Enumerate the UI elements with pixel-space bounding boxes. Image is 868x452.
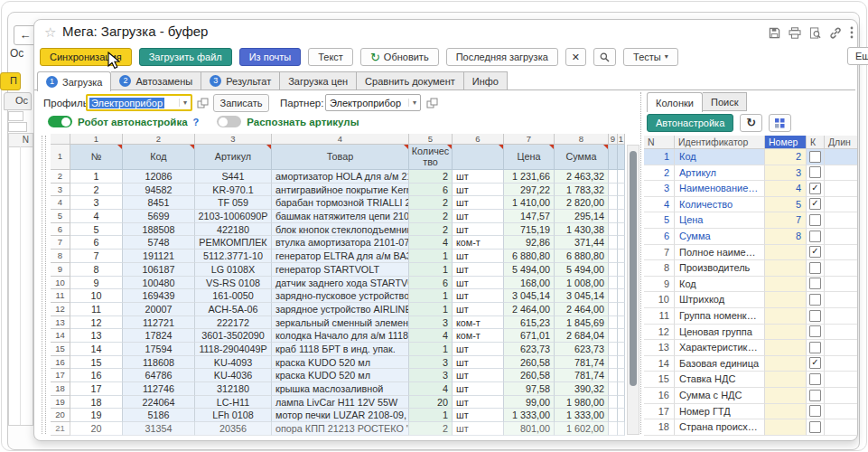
column-number-value[interactable]: 5 [765, 197, 807, 213]
columns-row[interactable]: 4Количество5✓ [644, 197, 858, 213]
grid-cell[interactable]: 6 880,80 [504, 250, 555, 263]
grid-cell[interactable]: мотор печки LUZAR 2108-09, [272, 409, 409, 422]
grid-cell[interactable]: 781,74 [555, 356, 609, 370]
grid-cell[interactable]: 100480 [123, 277, 195, 290]
column-identifier[interactable]: Код [675, 149, 765, 165]
recognize-articles-toggle[interactable] [217, 116, 241, 127]
grid-cell[interactable]: 4 [409, 236, 453, 250]
grid-header-№[interactable]: № [70, 145, 123, 170]
grid-cell[interactable]: 3 045,14 [504, 289, 555, 303]
background-window-p-button[interactable]: П [0, 72, 21, 90]
toolbar-button-текст[interactable]: Текст [308, 48, 353, 66]
grid-column-number[interactable]: 6 [453, 134, 504, 145]
columns-row[interactable]: 7Полное наименов...✓ [644, 245, 858, 261]
grid-cell[interactable]: шт [453, 223, 504, 237]
grid-cell[interactable]: крышка маслозаливной [272, 382, 409, 396]
grid-cell[interactable]: шт [453, 303, 504, 316]
grid-cell[interactable]: 3 045,14 [555, 289, 609, 303]
grid-cell[interactable]: шт [453, 396, 504, 410]
grid-column-number[interactable]: 2 [123, 134, 195, 145]
grid-cell[interactable]: 715,19 [504, 223, 555, 237]
grid-cell[interactable]: 7 [70, 250, 123, 263]
columns-row[interactable]: 12Ценовая группа [644, 325, 858, 341]
grid-cell[interactable] [618, 263, 625, 277]
column-index[interactable]: 5 [644, 212, 675, 229]
column-index[interactable]: 9 [644, 277, 675, 293]
grid-cell[interactable]: 9 [70, 277, 123, 290]
grid-row-number[interactable]: 10 [51, 277, 70, 290]
column-identifier[interactable]: Артикул [675, 165, 765, 182]
grid-cell[interactable]: опора КПП 21213 РОСТЕКО "5-и [272, 422, 409, 436]
grid-row-number[interactable]: 8 [51, 250, 70, 263]
grid-cell[interactable]: шт [453, 210, 504, 223]
grid-cell[interactable]: шт [453, 277, 504, 290]
grid-cell[interactable]: 188508 [123, 223, 195, 237]
grid-cell[interactable] [618, 236, 625, 250]
grid-cell[interactable] [609, 277, 618, 290]
grid-header-Сумма[interactable]: Сумма [555, 145, 609, 170]
grid-row-number[interactable]: 16 [51, 356, 70, 370]
column-length-cell[interactable] [825, 388, 858, 404]
grid-column-number[interactable]: 1 [70, 134, 123, 145]
grid-cell[interactable]: 1 430,38 [555, 223, 609, 237]
tab-автозамены[interactable]: 2Автозамены [111, 71, 201, 90]
grid-cell[interactable] [609, 184, 618, 197]
more-button[interactable]: Ещё [847, 47, 868, 65]
grid-cell[interactable] [609, 196, 618, 210]
grid-cell[interactable]: 615,23 [504, 316, 555, 330]
grid-cell[interactable]: 222172 [195, 316, 272, 330]
grid-row-number[interactable]: 7 [51, 236, 70, 250]
grid-row-number[interactable]: 5 [51, 210, 70, 223]
grid-cell[interactable]: 2 [409, 170, 453, 184]
column-identifier[interactable]: Характеристика (н... [675, 340, 765, 356]
grid-cell[interactable]: 106187 [123, 263, 195, 277]
grid-cell[interactable]: 5748 [123, 236, 195, 250]
checkbox[interactable] [809, 325, 821, 337]
grid-cell[interactable]: 260,58 [504, 356, 555, 370]
column-number-value[interactable] [765, 277, 807, 293]
column-length-cell[interactable] [825, 308, 858, 325]
grid-cell[interactable] [618, 409, 625, 422]
grid-cell[interactable]: 118608 [123, 356, 195, 370]
column-number-value[interactable] [765, 245, 807, 261]
grid-cell[interactable]: 390,32 [555, 382, 609, 396]
toolbar-button-последняя-загрузка[interactable]: Последняя загрузка [446, 48, 558, 66]
grid-cell[interactable]: 14 [70, 343, 123, 356]
grid-header-extra[interactable] [609, 145, 618, 170]
profile-choose-icon[interactable] [197, 97, 209, 108]
grid-cell[interactable]: 1 410,00 [504, 196, 555, 210]
link-icon[interactable] [829, 27, 842, 39]
grid-cell[interactable] [618, 210, 625, 223]
checkbox[interactable]: ✓ [809, 183, 821, 194]
grid-cell[interactable] [618, 396, 625, 410]
grid-column-number[interactable]: 5 [409, 134, 453, 145]
column-identifier[interactable]: Сумма [675, 229, 765, 245]
grid-cell[interactable]: амортизатор HOLA для а/м 2123 [272, 170, 409, 184]
grid-cell[interactable]: 2 [409, 210, 453, 223]
profile-combobox[interactable]: Электроприбор ▾ [86, 94, 192, 111]
grid-row-number[interactable]: 20 [51, 409, 70, 422]
grid-cell[interactable]: 5 494,00 [504, 263, 555, 277]
grid-cell[interactable]: РЕМКОМПЛЕК [195, 236, 272, 250]
grid-cell[interactable]: 169439 [123, 289, 195, 303]
checkbox[interactable] [809, 373, 821, 385]
column-index[interactable]: 6 [644, 229, 675, 245]
grid-cell[interactable]: шт [453, 250, 504, 263]
grid-header-extra[interactable] [618, 145, 625, 170]
column-index[interactable]: 3 [644, 181, 675, 197]
column-identifier[interactable]: Группа номенклат... [675, 308, 765, 325]
column-identifier[interactable]: Код [675, 277, 765, 293]
grid-cell[interactable]: 92,86 [504, 236, 555, 250]
columns-row[interactable]: 11Группа номенклат... [644, 308, 858, 325]
grid-cell[interactable]: 2 [409, 422, 453, 436]
column-number-value[interactable]: 7 [765, 212, 807, 229]
checkbox[interactable] [809, 151, 821, 163]
checkbox[interactable] [809, 231, 821, 242]
checkbox[interactable]: ✓ [809, 198, 821, 210]
grid-column-number[interactable]: 3 [195, 134, 272, 145]
columns-header-Номер[interactable]: Номер [765, 136, 807, 149]
grid-row-number[interactable]: 21 [51, 422, 70, 436]
grid-cell[interactable]: 18 [70, 396, 123, 410]
grid-cell[interactable] [618, 422, 625, 436]
checkbox[interactable] [809, 421, 821, 433]
